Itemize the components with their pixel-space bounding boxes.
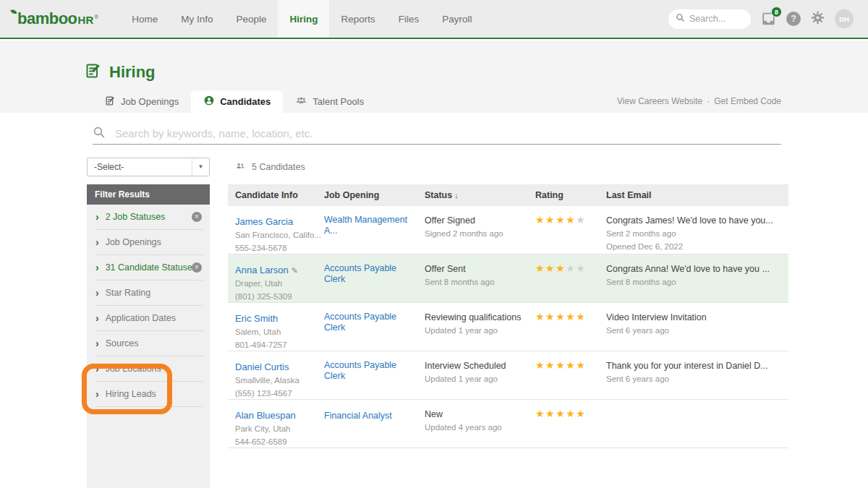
candidate-status: New: [425, 408, 535, 420]
topbar-right-cluster: 8 ?: [668, 9, 854, 29]
filter-job-statuses[interactable]: › 2 Job Statuses ×: [95, 205, 203, 230]
bamboohr-app: bambooHR® Home My Info People Hiring Rep…: [0, 0, 868, 488]
clear-filter-icon[interactable]: ×: [192, 212, 202, 222]
careers-links: View Careers Website · Get Embed Code: [617, 96, 781, 106]
table-row: Alan Bluespan Park City, Utah 544-652-65…: [228, 400, 788, 448]
tab-job-openings[interactable]: Job Openings: [93, 90, 191, 113]
column-status[interactable]: Status↓: [425, 190, 535, 200]
last-email-subject: Congrats James! We'd love to have you...: [606, 215, 788, 226]
view-careers-website-link[interactable]: View Careers Website: [617, 96, 702, 106]
nav-item-people[interactable]: People: [224, 0, 278, 38]
filter-sources[interactable]: › Sources: [95, 331, 203, 356]
link-separator: ·: [707, 96, 710, 106]
rating-stars[interactable]: ★★★★★: [535, 408, 606, 419]
candidate-phone: (555) 123-4567: [235, 388, 324, 399]
tab-talent-pools[interactable]: Talent Pools: [283, 90, 376, 113]
filter-sidebar: -Select- ▼ Filter Results › 2 Job Status…: [87, 158, 210, 488]
gear-icon: [810, 10, 825, 25]
talent-pools-group-icon: [295, 95, 307, 108]
filter-label: Star Rating: [106, 288, 151, 298]
candidate-name-link[interactable]: Alan Bluespan: [235, 410, 296, 421]
hiring-header-section: Hiring Job Openings: [0, 40, 868, 113]
edit-pencil-icon[interactable]: ✎: [292, 266, 298, 275]
hiring-tabs: Job Openings Candidates: [93, 90, 781, 113]
nav-item-my-info[interactable]: My Info: [169, 0, 224, 38]
email-sent: Sent 2 months ago: [606, 228, 788, 239]
question-icon: ?: [791, 14, 796, 24]
filter-application-dates[interactable]: › Application Dates: [95, 306, 203, 331]
nav-item-hiring[interactable]: Hiring: [278, 0, 329, 38]
rating-stars[interactable]: ★★★★★: [535, 215, 606, 225]
candidate-phone: 801-494-7257: [235, 339, 324, 351]
candidate-status: Offer Signed: [425, 215, 535, 226]
page-title-text: Hiring: [109, 63, 156, 82]
candidate-count-label: 5 Candidates: [252, 162, 305, 172]
bamboohr-logo[interactable]: bambooHR®: [17, 9, 98, 28]
inbox-button[interactable]: 8: [760, 11, 777, 27]
clear-filter-icon[interactable]: ×: [192, 262, 202, 273]
nav-item-payroll[interactable]: Payroll: [430, 0, 483, 38]
candidate-search-bar[interactable]: [93, 123, 781, 145]
column-rating[interactable]: Rating: [535, 190, 606, 200]
tab-label: Job Openings: [121, 96, 179, 107]
email-sent: Sent 6 years ago: [606, 325, 788, 336]
bamboo-leaf-icon: [10, 7, 19, 20]
filter-hiring-leads[interactable]: › Hiring Leads: [95, 382, 203, 407]
settings-button[interactable]: [810, 10, 825, 28]
job-openings-icon: [105, 95, 116, 108]
candidate-name-link[interactable]: James Garcia: [235, 216, 293, 227]
candidate-name-link[interactable]: Daniel Curtis: [235, 361, 289, 372]
chevron-right-icon: ›: [95, 364, 99, 374]
chevron-right-icon: ›: [95, 338, 99, 348]
candidate-search-input[interactable]: [115, 127, 781, 140]
job-opening-link[interactable]: Accounts Payable Clerk: [324, 263, 425, 285]
job-opening-link[interactable]: Wealth Management A...: [324, 215, 425, 236]
help-button[interactable]: ?: [786, 12, 801, 26]
nav-item-home[interactable]: Home: [120, 0, 169, 38]
job-opening-link[interactable]: Accounts Payable Clerk: [324, 360, 425, 382]
email-opened: Opened Dec 6, 2022: [606, 241, 788, 252]
candidate-status: Offer Sent: [425, 263, 535, 275]
job-opening-link[interactable]: Financial Analyst: [324, 411, 401, 421]
chevron-down-icon: ▼: [192, 158, 209, 176]
tab-candidates[interactable]: Candidates: [191, 90, 283, 113]
filter-star-rating[interactable]: › Star Rating: [95, 281, 203, 306]
global-search[interactable]: [668, 9, 751, 29]
search-icon: [676, 12, 685, 25]
filter-label: Sources: [106, 338, 139, 348]
candidates-count-icon: [235, 161, 246, 174]
top-bar: bambooHR® Home My Info People Hiring Rep…: [0, 0, 868, 39]
column-candidate-info[interactable]: Candidate Info: [228, 190, 324, 200]
sort-desc-icon: ↓: [454, 191, 459, 200]
candidate-name-link[interactable]: Eric Smith: [235, 313, 278, 324]
notification-badge: 8: [771, 7, 782, 17]
get-embed-code-link[interactable]: Get Embed Code: [714, 96, 781, 106]
candidates-table-section: 5 Candidates Candidate Info Job Opening …: [228, 155, 788, 448]
rating-stars[interactable]: ★★★★★: [535, 263, 606, 273]
filter-job-openings[interactable]: › Job Openings: [95, 230, 203, 255]
registered-mark: ®: [94, 14, 98, 20]
filter-job-locations[interactable]: › Job Locations: [95, 356, 203, 382]
status-updated: Updated 1 year ago: [425, 373, 535, 385]
page-title: Hiring: [85, 62, 156, 82]
column-job-opening[interactable]: Job Opening: [324, 190, 425, 200]
rating-stars[interactable]: ★★★★★: [535, 360, 606, 370]
candidate-location: Salem, Utah: [235, 326, 324, 338]
nav-item-reports[interactable]: Reports: [329, 0, 386, 38]
column-last-email[interactable]: Last Email: [606, 190, 788, 200]
filter-panel: › 2 Job Statuses × › Job Openings › 31 C…: [87, 205, 210, 488]
status-updated: Sent 8 months ago: [425, 276, 535, 288]
filter-candidate-statuses[interactable]: › 31 Candidate Statuses ×: [95, 255, 203, 281]
saved-filter-select[interactable]: -Select- ▼: [87, 158, 210, 176]
user-avatar[interactable]: DH: [835, 9, 854, 28]
filter-label: 31 Candidate Statuses: [106, 262, 197, 273]
rating-stars[interactable]: ★★★★★: [535, 312, 606, 322]
main-nav: Home My Info People Hiring Reports Files…: [120, 0, 483, 38]
nav-item-files[interactable]: Files: [387, 0, 431, 38]
global-search-input[interactable]: [689, 14, 740, 24]
candidate-name-link[interactable]: Anna Larson: [235, 265, 289, 275]
candidate-phone: (801) 325-5309: [235, 291, 324, 302]
chevron-right-icon: ›: [95, 288, 99, 298]
table-row: Eric Smith Salem, Utah 801-494-7257 Acco…: [228, 303, 788, 351]
job-opening-link[interactable]: Accounts Payable Clerk: [324, 312, 425, 333]
